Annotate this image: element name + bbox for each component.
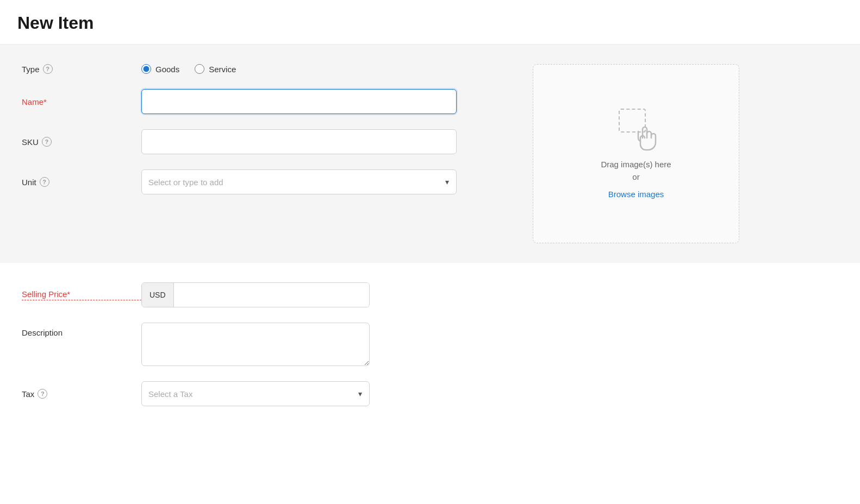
drag-icon-wrapper (614, 109, 658, 152)
drag-image-text: Drag image(s) here or (601, 159, 671, 183)
goods-label: Goods (155, 65, 179, 74)
hand-icon (634, 125, 658, 152)
tax-row: Tax ? Select a Tax ▾ (22, 381, 838, 406)
service-radio-option[interactable]: Service (195, 64, 236, 74)
price-input-group: USD (141, 282, 370, 307)
image-upload-box[interactable]: Drag image(s) here or Browse images (533, 64, 739, 243)
goods-radio[interactable] (141, 64, 151, 74)
goods-radio-option[interactable]: Goods (141, 64, 179, 74)
tax-help-icon: ? (38, 389, 47, 399)
type-label: Type ? (22, 64, 141, 74)
selling-price-row: Selling Price* USD (22, 282, 838, 307)
type-help-icon: ? (43, 64, 53, 74)
top-section: Type ? Goods Service Name* SKU (0, 45, 860, 263)
description-label: Description (22, 323, 141, 337)
type-radio-group: Goods Service (141, 64, 236, 74)
name-row: Name* (22, 89, 511, 114)
unit-help-icon: ? (40, 177, 49, 187)
form-left: Type ? Goods Service Name* SKU (22, 64, 511, 210)
name-input[interactable] (141, 89, 457, 114)
unit-row: Unit ? Select or type to add ▾ (22, 169, 511, 194)
description-textarea[interactable] (141, 323, 370, 366)
description-row: Description (22, 323, 838, 366)
unit-select[interactable]: Select or type to add (141, 169, 457, 194)
browse-images-link[interactable]: Browse images (608, 190, 664, 199)
name-label: Name* (22, 97, 141, 106)
currency-badge: USD (142, 283, 174, 307)
sku-help-icon: ? (42, 137, 52, 147)
service-radio[interactable] (195, 64, 204, 74)
page-header: New Item (0, 0, 860, 45)
unit-label: Unit ? (22, 177, 141, 187)
tax-select[interactable]: Select a Tax (141, 381, 370, 406)
service-label: Service (209, 65, 236, 74)
page-title: New Item (17, 13, 843, 33)
type-row: Type ? Goods Service (22, 64, 511, 74)
selling-price-label: Selling Price* (22, 289, 141, 300)
bottom-section: Selling Price* USD Description Tax ? Sel… (0, 263, 860, 426)
tax-select-wrapper: Select a Tax ▾ (141, 381, 370, 406)
sku-row: SKU ? (22, 129, 511, 154)
unit-select-wrapper: Select or type to add ▾ (141, 169, 457, 194)
price-input[interactable] (174, 283, 369, 307)
tax-label: Tax ? (22, 389, 141, 399)
sku-input[interactable] (141, 129, 457, 154)
sku-label: SKU ? (22, 137, 141, 147)
